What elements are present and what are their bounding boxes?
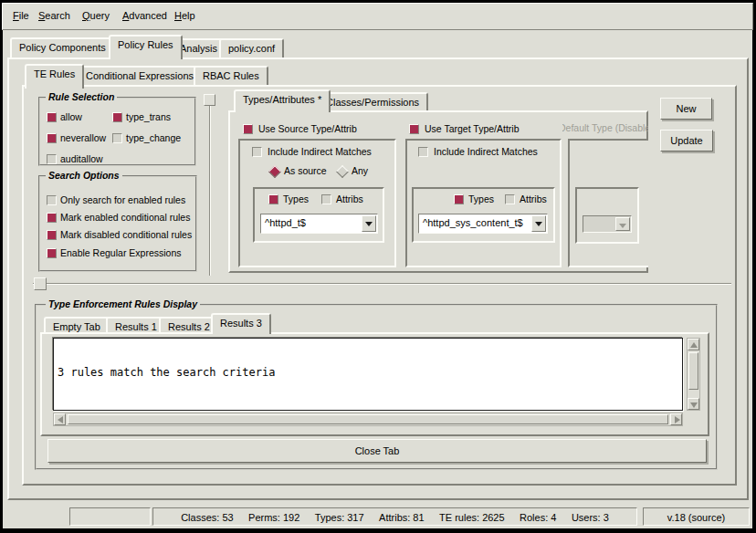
search-options-title: Search Options [46, 170, 122, 181]
checkbox-target-types-label: Types [468, 193, 494, 205]
vertical-scrollbar-thumb[interactable] [688, 352, 698, 390]
tab-classes-permissions[interactable]: Classes/Permissions [317, 92, 428, 110]
status-stats-segment: Classes: 53 Perms: 192 Types: 317 Attrib… [152, 507, 637, 526]
default-type-section: Default Type (Disabled) [562, 117, 648, 273]
radio-any-label: Any [352, 165, 368, 177]
apol-window: File Search Query Advanced Help Policy C… [0, 0, 756, 533]
close-tab-button[interactable]: Close Tab [47, 439, 707, 463]
default-type-dropdown-arrow-icon [615, 217, 630, 231]
checkbox-use-target-label: Use Target Type/Attrib [425, 123, 520, 135]
checkbox-type-change-label: type_change [126, 132, 181, 144]
default-type-combobox [583, 215, 632, 233]
pane-divider-vertical[interactable] [209, 97, 211, 276]
checkbox-target-attribs[interactable] [505, 194, 515, 204]
status-types: Types: 317 [315, 512, 364, 523]
checkbox-mark-disabled-cond[interactable] [47, 230, 57, 240]
radio-as-source-label: As source [284, 165, 327, 177]
checkbox-mark-enabled-cond[interactable] [47, 213, 57, 223]
status-roles: Roles: 4 [520, 512, 556, 523]
menu-query-label: Q [82, 10, 90, 21]
checkbox-type-trans-label: type_trans [126, 111, 171, 123]
tab-rbac-rules[interactable]: RBAC Rules [194, 66, 268, 85]
tab-policy-rules[interactable]: Policy Rules [109, 35, 183, 59]
checkbox-use-target[interactable] [409, 124, 419, 134]
tab-results-1[interactable]: Results 1 [106, 317, 166, 332]
menu-file-label: F [13, 10, 19, 21]
status-attribs: Attribs: 81 [379, 512, 425, 523]
scroll-left-arrow-icon[interactable] [54, 413, 66, 425]
status-perms: Perms: 192 [248, 512, 299, 523]
status-empty-segment [69, 507, 151, 526]
target-type-value: ^httpd_sys_content_t$ [423, 217, 523, 228]
status-version-segment: v.18 (source) [643, 507, 750, 526]
pane-divider-vertical-handle[interactable] [204, 94, 215, 106]
status-classes: Classes: 53 [181, 512, 233, 523]
checkbox-type-change[interactable] [112, 133, 122, 143]
results-horizontal-scrollbar[interactable] [53, 413, 683, 426]
menu-bar [2, 3, 753, 30]
default-type-label: Default Type (Disabled) [562, 122, 648, 134]
checkbox-allow[interactable] [47, 112, 57, 122]
update-button[interactable]: Update [660, 130, 713, 152]
new-button[interactable]: New [660, 98, 712, 120]
radio-any[interactable] [336, 165, 348, 177]
menu-query[interactable]: Query [82, 9, 110, 22]
checkbox-source-attribs[interactable] [321, 194, 331, 204]
tab-results-3[interactable]: Results 3 [211, 313, 271, 334]
checkbox-use-source-label: Use Source Type/Attrib [258, 123, 357, 135]
tab-policy-components[interactable]: Policy Components [10, 37, 115, 57]
horizontal-scrollbar-thumb[interactable] [68, 414, 668, 424]
checkbox-auditallow[interactable] [47, 154, 57, 164]
menu-search[interactable]: Search [38, 9, 70, 22]
menu-help[interactable]: Help [174, 9, 195, 22]
results-vertical-scrollbar[interactable] [687, 338, 700, 411]
checkbox-source-types-label: Types [283, 193, 309, 205]
scroll-right-arrow-icon[interactable] [670, 413, 682, 425]
pane-divider-horizontal-handle[interactable] [34, 277, 47, 290]
status-version: v.18 (source) [667, 512, 725, 523]
checkbox-mark-enabled-cond-label: Mark enabled conditional rules [60, 212, 190, 224]
tab-results-2[interactable]: Results 2 [159, 317, 219, 332]
menu-advanced[interactable]: Advanced [122, 9, 167, 22]
checkbox-neverallow[interactable] [47, 133, 57, 143]
scroll-down-arrow-icon[interactable] [688, 398, 699, 410]
checkbox-source-attribs-label: Attribs [336, 193, 363, 205]
pane-divider-horizontal[interactable] [33, 283, 731, 285]
checkbox-neverallow-label: neverallow [60, 132, 106, 144]
scroll-up-arrow-icon[interactable] [688, 339, 699, 350]
tab-te-rules[interactable]: TE Rules [25, 64, 84, 89]
checkbox-target-indirect[interactable] [418, 147, 428, 157]
source-type-combobox[interactable]: ^httpd_t$ [260, 214, 378, 234]
target-type-dropdown-arrow-icon[interactable] [531, 215, 546, 232]
checkbox-allow-label: allow [60, 111, 82, 123]
results-summary: 3 rules match the search criteria [58, 367, 682, 380]
checkbox-source-indirect[interactable] [252, 147, 262, 157]
tab-conditional-expressions[interactable]: Conditional Expressions [77, 66, 203, 85]
results-text-area[interactable]: 3 rules match the search criteria (5822)… [53, 338, 683, 411]
tab-types-attributes[interactable]: Types/Attributes * [234, 89, 331, 112]
tab-empty-tab[interactable]: Empty Tab [44, 317, 110, 332]
source-type-value: ^httpd_t$ [265, 217, 306, 228]
checkbox-source-types[interactable] [268, 194, 278, 204]
checkbox-auditallow-label: auditallow [60, 153, 103, 165]
results-blank-line [58, 404, 682, 412]
radio-as-source[interactable] [268, 165, 280, 177]
checkbox-mark-disabled-cond-label: Mark disabled conditional rules [60, 229, 192, 241]
te-rules-display-title: Type Enforcement Rules Display [46, 298, 200, 309]
checkbox-type-trans[interactable] [112, 112, 122, 122]
checkbox-enable-regex-label: Enable Regular Expressions [60, 247, 182, 259]
checkbox-use-source[interactable] [243, 124, 253, 134]
tab-policy-conf[interactable]: policy.conf [219, 38, 284, 57]
checkbox-only-enabled-rules-label: Only search for enabled rules [60, 194, 185, 206]
menu-file[interactable]: File [13, 9, 29, 22]
checkbox-target-types[interactable] [454, 194, 464, 204]
target-type-combobox[interactable]: ^httpd_sys_content_t$ [418, 214, 548, 234]
menu-help-label: H [174, 10, 182, 21]
checkbox-only-enabled-rules[interactable] [47, 195, 57, 205]
status-users: Users: 3 [572, 512, 609, 523]
checkbox-target-indirect-label: Include Indirect Matches [434, 146, 538, 158]
checkbox-source-indirect-label: Include Indirect Matches [268, 146, 372, 158]
status-te-rules: TE rules: 2625 [439, 512, 505, 523]
checkbox-enable-regex[interactable] [47, 248, 57, 258]
source-type-dropdown-arrow-icon[interactable] [362, 215, 376, 232]
